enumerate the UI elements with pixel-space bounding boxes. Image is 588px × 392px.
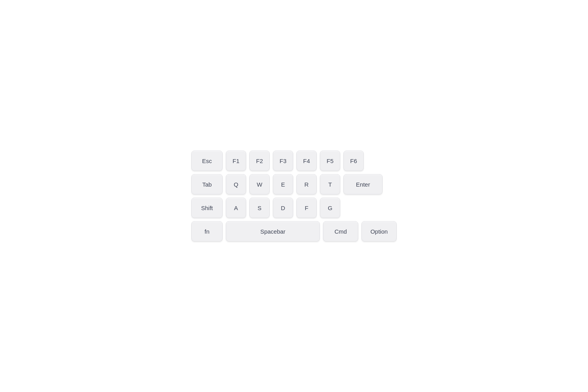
key-a[interactable]: A bbox=[226, 198, 246, 218]
key-e[interactable]: E bbox=[273, 174, 293, 194]
key-option[interactable]: Option bbox=[361, 221, 397, 241]
key-d[interactable]: D bbox=[273, 198, 293, 218]
key-f5[interactable]: F5 bbox=[320, 151, 340, 171]
key-r[interactable]: R bbox=[296, 174, 317, 194]
key-f1[interactable]: F1 bbox=[226, 151, 246, 171]
key-f4[interactable]: F4 bbox=[296, 151, 317, 171]
key-esc[interactable]: Esc bbox=[191, 151, 223, 171]
key-f3[interactable]: F3 bbox=[273, 151, 293, 171]
key-fn[interactable]: fn bbox=[191, 221, 223, 241]
keyboard: Esc F1 F2 F3 F4 F5 F6 TabQWERTEnterShift… bbox=[191, 151, 397, 241]
key-g[interactable]: G bbox=[320, 198, 340, 218]
key-spacebar[interactable]: Spacebar bbox=[226, 221, 320, 241]
key-cmd[interactable]: Cmd bbox=[323, 221, 358, 241]
key-f2[interactable]: F2 bbox=[249, 151, 270, 171]
key-f6[interactable]: F6 bbox=[343, 151, 364, 171]
qwerty-asdf-section: TabQWERTEnterShiftASDFG bbox=[191, 174, 397, 218]
key-shift[interactable]: Shift bbox=[191, 198, 223, 218]
key-t[interactable]: T bbox=[320, 174, 340, 194]
key-w[interactable]: W bbox=[249, 174, 270, 194]
key-tab[interactable]: Tab bbox=[191, 174, 223, 194]
key-q[interactable]: Q bbox=[226, 174, 246, 194]
function-row: Esc F1 F2 F3 F4 F5 F6 bbox=[191, 151, 397, 171]
key-s[interactable]: S bbox=[249, 198, 270, 218]
key-enter[interactable]: Enter bbox=[343, 174, 383, 194]
bottom-row: fn Spacebar Cmd Option bbox=[191, 221, 397, 241]
key-f[interactable]: F bbox=[296, 198, 317, 218]
